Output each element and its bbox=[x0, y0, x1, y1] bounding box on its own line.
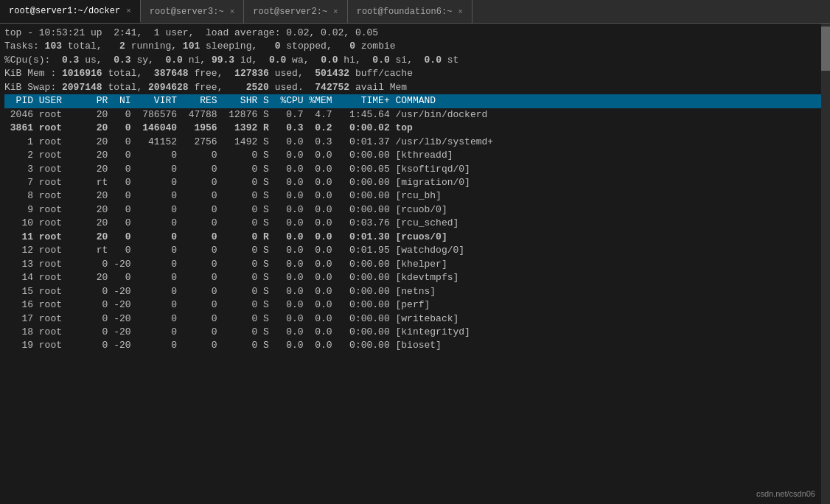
terminal-line: %Cpu(s): 0.3 us, 0.3 sy, 0.0 ni, 99.3 id… bbox=[4, 54, 826, 67]
terminal-line: 10 root 20 0 0 0 0 S 0.0 0.0 0:03.76 [rc… bbox=[4, 217, 826, 230]
terminal-line: 7 root rt 0 0 0 0 S 0.0 0.0 0:00.00 [mig… bbox=[4, 176, 826, 189]
scrollbar-thumb[interactable] bbox=[821, 27, 830, 71]
tab-label-0: root@server1:~/docker bbox=[9, 6, 120, 16]
terminal-line: 11 root 20 0 0 0 0 R 0.0 0.0 0:01.30 [rc… bbox=[4, 231, 826, 244]
tab-2[interactable]: root@server2:~× bbox=[244, 0, 347, 23]
terminal-line: 2046 root 20 0 786576 47788 12876 S 0.7 … bbox=[4, 108, 826, 122]
tab-label-2: root@server2:~ bbox=[253, 7, 327, 17]
terminal-line: 3861 root 20 0 146040 1956 1392 R 0.3 0.… bbox=[4, 122, 826, 135]
terminal-line: 8 root 20 0 0 0 0 S 0.0 0.0 0:00.00 [rcu… bbox=[4, 189, 826, 203]
terminal-line: KiB Swap: 2097148 total, 2094628 free, 2… bbox=[4, 81, 826, 94]
terminal-line: Tasks: 103 total, 2 running, 101 sleepin… bbox=[4, 40, 826, 53]
tab-close-3[interactable]: × bbox=[458, 7, 463, 16]
tab-0[interactable]: root@server1:~/docker× bbox=[0, 0, 141, 23]
terminal-line: 9 root 20 0 0 0 0 S 0.0 0.0 0:00.00 [rcu… bbox=[4, 203, 826, 217]
watermark: csdn.net/csdn06 bbox=[756, 489, 815, 498]
tab-3[interactable]: root@foundation6:~× bbox=[348, 0, 472, 23]
tab-close-2[interactable]: × bbox=[333, 7, 338, 16]
terminal-line: 16 root 0 -20 0 0 0 S 0.0 0.0 0:00.00 [p… bbox=[4, 298, 826, 312]
terminal-line: 17 root 0 -20 0 0 0 S 0.0 0.0 0:00.00 [w… bbox=[4, 312, 826, 326]
terminal-line: 2 root 20 0 0 0 0 S 0.0 0.0 0:00.00 [kth… bbox=[4, 149, 826, 162]
terminal-line: top - 10:53:21 up 2:41, 1 user, load ave… bbox=[4, 27, 826, 40]
terminal-line: 15 root 0 -20 0 0 0 S 0.0 0.0 0:00.00 [n… bbox=[4, 285, 826, 298]
terminal-line: 14 root 20 0 0 0 0 S 0.0 0.0 0:00.00 [kd… bbox=[4, 271, 826, 284]
terminal-line: 1 root 20 0 41152 2756 1492 S 0.0 0.3 0:… bbox=[4, 136, 826, 149]
terminal-line: 18 root 0 -20 0 0 0 S 0.0 0.0 0:00.00 [k… bbox=[4, 326, 826, 339]
terminal-line: KiB Mem : 1016916 total, 387648 free, 12… bbox=[4, 67, 826, 80]
tab-label-3: root@foundation6:~ bbox=[357, 7, 453, 17]
tab-bar: root@server1:~/docker×root@server3:~×roo… bbox=[0, 0, 830, 24]
tab-close-0[interactable]: × bbox=[126, 7, 131, 15]
tab-close-1[interactable]: × bbox=[230, 7, 235, 16]
terminal-line: 12 root rt 0 0 0 0 S 0.0 0.0 0:01.95 [wa… bbox=[4, 244, 826, 257]
terminal-line: 3 root 20 0 0 0 0 S 0.0 0.0 0:00.05 [kso… bbox=[4, 163, 826, 176]
terminal-line: PID USER PR NI VIRT RES SHR S %CPU %MEM … bbox=[4, 94, 826, 108]
terminal: top - 10:53:21 up 2:41, 1 user, load ave… bbox=[0, 24, 830, 504]
tab-1[interactable]: root@server3:~× bbox=[141, 0, 244, 23]
tab-label-1: root@server3:~ bbox=[150, 7, 224, 17]
scrollbar[interactable] bbox=[821, 24, 830, 504]
terminal-line: 19 root 0 -20 0 0 0 S 0.0 0.0 0:00.00 [b… bbox=[4, 339, 826, 352]
terminal-line: 13 root 0 -20 0 0 0 S 0.0 0.0 0:00.00 [k… bbox=[4, 258, 826, 271]
